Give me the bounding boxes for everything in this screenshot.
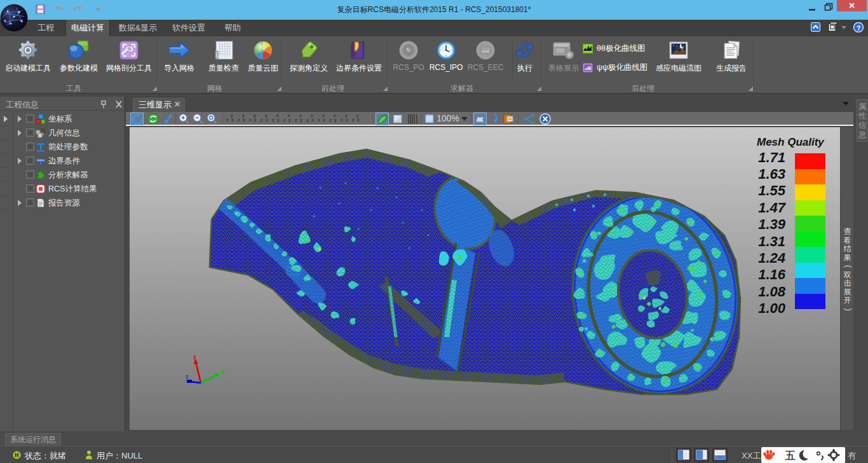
svg-text:y: y: [221, 368, 224, 375]
svg-text:五: 五: [785, 450, 796, 461]
svg-text:x: x: [193, 354, 196, 360]
svg-text:?: ?: [857, 24, 861, 32]
svg-text:z: z: [186, 373, 189, 380]
